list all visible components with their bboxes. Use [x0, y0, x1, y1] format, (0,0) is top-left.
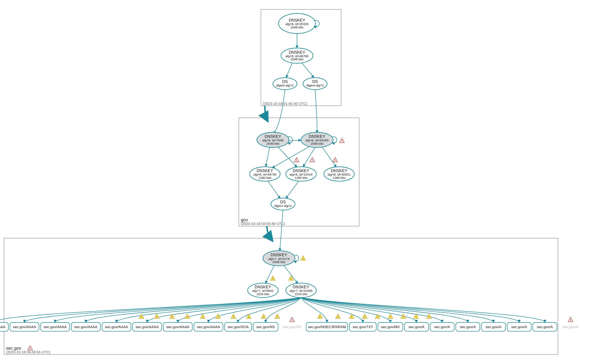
svg-text:!: ! [296, 159, 297, 162]
svg-text:!: ! [290, 277, 291, 280]
error-icon: ! [28, 346, 33, 350]
gov-ksk2[interactable]: DNSKEY alg=8, id=64280 2048 bits [301, 132, 333, 148]
warning-icon: ! [261, 314, 266, 319]
rrset-label: sec.gov/A [434, 325, 450, 329]
rrset-label: sec.gov/MX [381, 325, 400, 329]
svg-text:DNSKEY: DNSKEY [265, 134, 281, 139]
svg-text:!: ! [187, 315, 188, 319]
svg-text:alg=7, id=4174: alg=7, id=4174 [268, 257, 290, 261]
rrset-label: sec.gov/AAAA [74, 325, 97, 329]
warning-icon: ! [216, 314, 220, 319]
error-icon: ! [340, 138, 344, 143]
svg-text:!: ! [428, 315, 429, 319]
rrset-label: sec.gov/A [408, 325, 424, 329]
warning-icon: ! [185, 314, 190, 319]
warning-icon: ! [336, 314, 340, 319]
rrset-label: sec.gov/A [486, 325, 501, 329]
warning-icon: ! [318, 314, 322, 319]
warning-icon: ! [231, 314, 236, 319]
svg-text:2048 bits: 2048 bits [310, 142, 324, 145]
svg-text:!: ! [141, 315, 142, 319]
svg-text:DS: DS [280, 200, 286, 204]
warning-icon: ! [270, 276, 275, 280]
root-ksk[interactable]: DNSKEY alg=8, id=20326 2048 bits [278, 13, 315, 34]
zone-root-ts: (2023-10-18 01:45:40 UTC) [263, 101, 307, 106]
svg-text:2048 bits: 2048 bits [290, 57, 304, 61]
svg-text:!: ! [341, 139, 343, 143]
rrset-label: sec.gov/AAAA [166, 325, 189, 329]
svg-text:DS: DS [312, 79, 318, 84]
error-icon: ! [310, 158, 315, 162]
svg-text:alg=7, id=5642: alg=7, id=5642 [252, 289, 273, 292]
gov-ds[interactable]: DS digest alg=2 [271, 198, 295, 210]
svg-text:alg=7, id=31065: alg=7, id=31065 [290, 289, 312, 292]
svg-text:!: ! [416, 315, 417, 319]
gov-zsk3[interactable]: DNSKEY alg=8, id=40921 1280 bits [324, 167, 354, 181]
gov-zsk2[interactable]: DNSKEY alg=8, id=10104 1280 bits [286, 167, 316, 181]
warning-icon: ! [139, 314, 144, 319]
svg-text:!: ! [277, 315, 278, 319]
zone-gov-ts: (2023-10-18 03:56:40 UTC) [241, 222, 285, 226]
sig-edge [24, 298, 301, 323]
root-ds2[interactable]: DS digest alg=2 [303, 78, 327, 90]
zone-sec-ts: (2023-10-18 05:06:55 UTC) [6, 350, 50, 354]
svg-text:!: ! [390, 315, 391, 319]
rrset-label: sec.gov/TXT [353, 325, 373, 329]
sec-zsk1[interactable]: DNSKEY alg=7, id=5642 1024 bits [248, 283, 278, 298]
rrset-label: sec.gov/A [537, 325, 553, 329]
rrset-label: sec.gov/AAAA [0, 325, 5, 329]
root-zsk[interactable]: DNSKEY alg=8, id=46780 2048 bits [281, 48, 313, 63]
gov-zsk1[interactable]: DNSKEY alg=8, id=49735 1280 bits [250, 167, 280, 181]
svg-text:1280 bits: 1280 bits [332, 176, 346, 180]
svg-text:2048 bits: 2048 bits [272, 260, 285, 264]
svg-text:DNSKEY: DNSKEY [289, 18, 305, 22]
svg-text:!: ! [217, 315, 218, 319]
svg-text:!: ! [233, 315, 234, 319]
svg-text:alg=8, id=7698: alg=8, id=7698 [262, 138, 284, 142]
svg-text:!: ! [403, 315, 404, 319]
svg-text:1280 bits: 1280 bits [294, 176, 307, 180]
svg-text:!: ! [202, 315, 203, 319]
rrset-label-dim: sec.gov/A [563, 325, 579, 329]
rrset-label: sec.gov/NSEC3PARAM [308, 325, 346, 329]
warning-icon: ! [301, 256, 305, 260]
svg-text:2048 bits: 2048 bits [266, 142, 279, 145]
svg-text:alg=8, id=40921: alg=8, id=40921 [328, 173, 351, 176]
sec-zsk2[interactable]: DNSKEY alg=7, id=31065 1024 bits [286, 283, 316, 298]
svg-text:digest alg=2: digest alg=2 [274, 204, 292, 208]
svg-text:DNSKEY: DNSKEY [309, 134, 325, 139]
svg-text:alg=8, id=20326: alg=8, id=20326 [285, 22, 309, 26]
svg-text:!: ! [30, 347, 31, 350]
svg-text:DNSKEY: DNSKEY [293, 168, 309, 173]
svg-text:!: ! [351, 315, 352, 319]
svg-text:DNSKEY: DNSKEY [289, 50, 305, 54]
rrset-label: sec.gov/A [511, 325, 527, 329]
svg-text:!: ! [156, 315, 157, 319]
svg-text:!: ! [364, 315, 365, 319]
svg-text:1280 bits: 1280 bits [258, 176, 271, 180]
svg-text:!: ! [171, 315, 173, 319]
warning-icon: ! [388, 314, 393, 319]
svg-text:DNSKEY: DNSKEY [331, 168, 347, 173]
root-ds1[interactable]: DS digest alg=2 [273, 78, 297, 90]
warning-icon: ! [200, 314, 205, 319]
rrset-label: sec.gov/AAAA [44, 325, 67, 329]
svg-text:!: ! [570, 318, 571, 322]
rrset-label: sec.gov/SOA [228, 325, 249, 329]
rrset-label: sec.gov/NS [256, 325, 275, 329]
svg-text:!: ! [337, 315, 338, 319]
svg-text:DNSKEY: DNSKEY [271, 252, 287, 257]
error-icon: ! [568, 317, 573, 322]
rrset-label: sec.gov/AAAA [197, 325, 220, 329]
svg-text:!: ! [335, 159, 336, 162]
warning-icon: ! [170, 314, 174, 319]
svg-text:!: ! [303, 257, 304, 261]
sec-ksk[interactable]: DNSKEY alg=7, id=4174 2048 bits [263, 251, 295, 266]
rrset-label: sec.gov/AAAA [135, 325, 159, 329]
svg-text:!: ! [248, 315, 249, 319]
error-icon: ! [333, 158, 338, 162]
gov-ksk1[interactable]: DNSKEY alg=8, id=7698 2048 bits [257, 132, 289, 148]
svg-text:digest alg=2: digest alg=2 [306, 84, 324, 87]
warning-icon: ! [275, 314, 280, 319]
svg-text:DNSKEY: DNSKEY [293, 285, 309, 289]
